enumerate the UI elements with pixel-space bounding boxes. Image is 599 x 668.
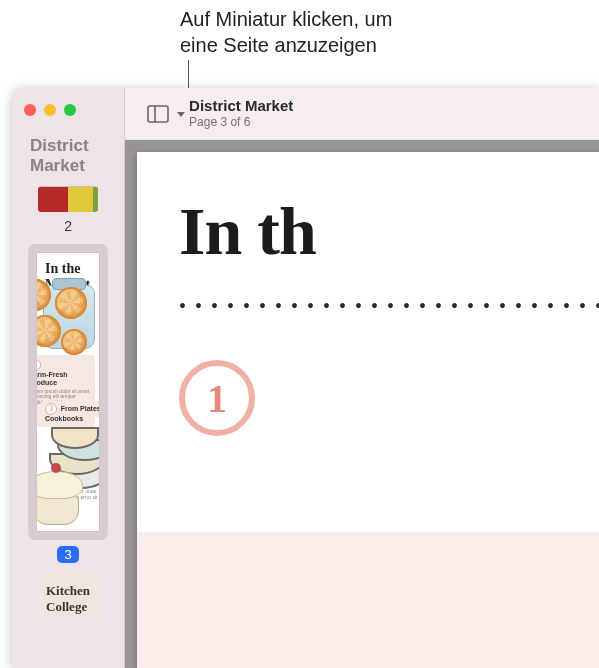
document-meta[interactable]: District Market Page 3 of 6 — [189, 97, 293, 129]
main-content: District Market Page 3 of 6 In th • • • … — [125, 88, 599, 668]
divider-dots: • • • • • • • • • • • • • • • • • • • • … — [179, 295, 599, 318]
sidebar-icon — [147, 105, 169, 123]
jar-illustration — [267, 652, 527, 668]
mini-number-3: 3 — [45, 403, 57, 415]
svg-rect-0 — [148, 106, 168, 122]
callout-line1: Auf Miniatur klicken, um — [180, 6, 392, 32]
thumbnail-page-3[interactable]: In the Market 1 Fill Them Cupboards Lore… — [28, 244, 108, 540]
pink-background — [137, 532, 599, 668]
thumbnail-page-3-number: 3 — [28, 546, 108, 563]
thumbnail-page-2[interactable] — [38, 186, 98, 212]
toolbar: District Market Page 3 of 6 — [125, 88, 599, 140]
dessert-icon — [36, 465, 93, 525]
thumbnail-page-4[interactable]: Kitchen College — [36, 573, 100, 621]
thumbnail-list[interactable]: 2 In the Market 1 Fill Them Cupboards Lo… — [12, 186, 124, 668]
mini-number-2: 2 — [36, 359, 41, 371]
callout-line2: eine Seite anzuzeigen — [180, 32, 392, 58]
thumbnail-sidebar: District Market 2 In the Market 1 Fill T… — [12, 88, 125, 668]
page-heading: In th — [179, 192, 599, 271]
page-canvas[interactable]: In th • • • • • • • • • • • • • • • • • … — [125, 140, 599, 668]
mini-number-1: 1 — [99, 287, 100, 299]
zoom-button[interactable] — [64, 104, 76, 116]
section-1-title: Fill Them Cupboards — [99, 299, 100, 316]
document-title: District Market — [189, 97, 293, 115]
sidebar-doc-title: District Market — [12, 132, 124, 186]
section-2-title: Farm-Fresh Produce — [36, 371, 91, 388]
view-mode-button[interactable] — [139, 100, 177, 128]
thumb4-title: Kitchen College — [46, 583, 90, 615]
thumbnail-page-3-preview: In the Market 1 Fill Them Cupboards Lore… — [36, 252, 100, 532]
close-button[interactable] — [24, 104, 36, 116]
page-3-content: In th • • • • • • • • • • • • • • • • • … — [137, 152, 599, 668]
step-number-1: 1 — [179, 360, 255, 436]
window-titlebar — [12, 88, 124, 132]
app-window: District Market 2 In the Market 1 Fill T… — [12, 88, 599, 668]
thumbnail-page-2-number: 2 — [28, 218, 108, 234]
window-controls — [24, 104, 76, 116]
help-callout: Auf Miniatur klicken, um eine Seite anzu… — [180, 6, 392, 58]
chevron-down-icon — [177, 112, 185, 117]
minimize-button[interactable] — [44, 104, 56, 116]
page-indicator: Page 3 of 6 — [189, 115, 293, 129]
